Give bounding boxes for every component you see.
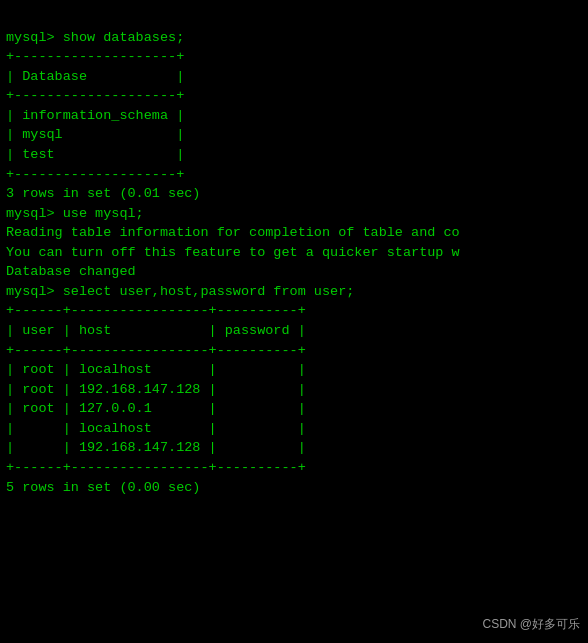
terminal-line: +--------------------+: [6, 47, 582, 67]
terminal-line: | test |: [6, 145, 582, 165]
terminal-window: mysql> show databases;+-----------------…: [0, 0, 588, 643]
terminal-line: You can turn off this feature to get a q…: [6, 243, 582, 263]
terminal-line: Database changed: [6, 262, 582, 282]
terminal-line: | information_schema |: [6, 106, 582, 126]
terminal-line: mysql> show databases;: [6, 28, 582, 48]
terminal-line: | Database |: [6, 67, 582, 87]
terminal-line: +------+-----------------+----------+: [6, 458, 582, 478]
terminal-line: mysql> select user,host,password from us…: [6, 282, 582, 302]
terminal-line: Reading table information for completion…: [6, 223, 582, 243]
terminal-line: | mysql |: [6, 125, 582, 145]
terminal-line: | root | 127.0.0.1 | |: [6, 399, 582, 419]
terminal-line: +--------------------+: [6, 165, 582, 185]
terminal-line: | | localhost | |: [6, 419, 582, 439]
terminal-line: +--------------------+: [6, 86, 582, 106]
terminal-line: | | 192.168.147.128 | |: [6, 438, 582, 458]
terminal-line: | root | localhost | |: [6, 360, 582, 380]
watermark: CSDN @好多可乐: [482, 616, 580, 633]
terminal-line: | root | 192.168.147.128 | |: [6, 380, 582, 400]
terminal-line: +------+-----------------+----------+: [6, 341, 582, 361]
terminal-line: +------+-----------------+----------+: [6, 301, 582, 321]
terminal-line: | user | host | password |: [6, 321, 582, 341]
terminal-line: 5 rows in set (0.00 sec): [6, 478, 582, 498]
terminal-line: mysql> use mysql;: [6, 204, 582, 224]
terminal-line: 3 rows in set (0.01 sec): [6, 184, 582, 204]
